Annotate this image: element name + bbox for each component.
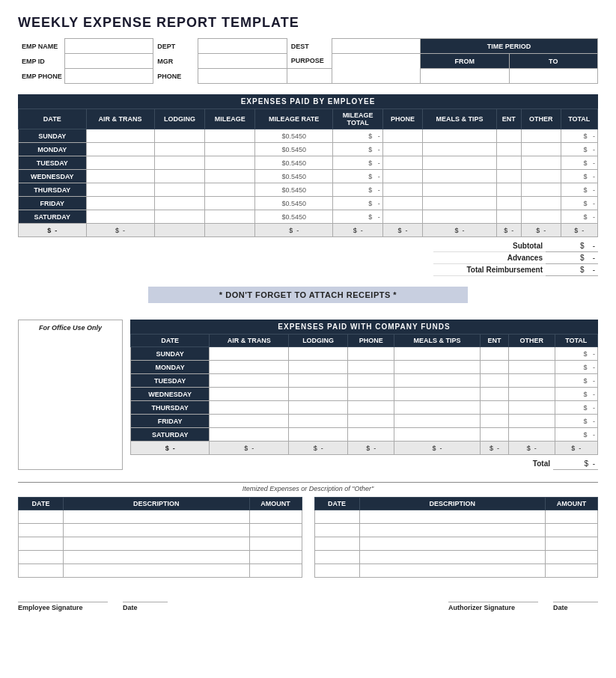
cf-meals-tips-cell[interactable] — [394, 388, 480, 401]
cf-total-cell[interactable]: $ - — [555, 374, 597, 388]
it-desc-l[interactable] — [64, 564, 250, 578]
other-cell[interactable] — [521, 143, 561, 156]
advances-value[interactable]: $ - — [546, 252, 598, 264]
mileage-cell[interactable] — [205, 183, 254, 197]
total-cell[interactable]: $ - — [561, 129, 597, 143]
phone-value[interactable] — [198, 69, 287, 84]
mileage-total-cell[interactable]: $ - — [333, 170, 382, 183]
mileage-total-cell[interactable]: $ - — [333, 156, 382, 170]
cf-air-trans-cell[interactable] — [210, 415, 289, 428]
cf-ent-cell[interactable] — [480, 401, 509, 415]
cf-other-cell[interactable] — [509, 428, 555, 442]
ent-cell[interactable] — [496, 129, 521, 143]
lodging-cell[interactable] — [154, 197, 205, 210]
mileage-total-cell[interactable]: $ - — [333, 183, 382, 197]
mileage-cell[interactable] — [205, 170, 254, 183]
total-cell[interactable]: $ - — [561, 197, 597, 210]
total-cell[interactable]: $ - — [561, 170, 597, 183]
meals-tips-cell[interactable] — [423, 156, 496, 170]
other-cell[interactable] — [521, 197, 561, 210]
cf-air-trans-cell[interactable] — [210, 401, 289, 415]
dest-value[interactable] — [332, 39, 420, 54]
it-desc-l[interactable] — [64, 510, 250, 524]
subtotal-value[interactable]: $ - — [546, 240, 598, 252]
it-date-r[interactable] — [314, 537, 359, 551]
cf-meals-tips-cell[interactable] — [394, 401, 480, 415]
cf-meals-tips-cell[interactable] — [394, 428, 480, 442]
ent-cell[interactable] — [496, 143, 521, 156]
cf-other-cell[interactable] — [509, 401, 555, 415]
it-date-r[interactable] — [314, 551, 359, 564]
cf-total-cell[interactable]: $ - — [555, 347, 597, 361]
other-cell[interactable] — [521, 156, 561, 170]
cf-total-cell[interactable]: $ - — [555, 415, 597, 428]
lodging-cell[interactable] — [154, 129, 205, 143]
mileage-total-cell[interactable]: $ - — [333, 143, 382, 156]
air-trans-cell[interactable] — [86, 183, 154, 197]
lodging-cell[interactable] — [154, 143, 205, 156]
meals-tips-cell[interactable] — [423, 197, 496, 210]
lodging-cell[interactable] — [154, 170, 205, 183]
it-amount-r[interactable] — [546, 524, 598, 537]
cf-ent-cell[interactable] — [480, 347, 509, 361]
total-reimbursement-value[interactable]: $ - — [546, 264, 598, 276]
dept-value[interactable] — [198, 39, 287, 54]
lodging-cell[interactable] — [154, 183, 205, 197]
cf-phone-cell[interactable] — [348, 428, 394, 442]
it-date-r[interactable] — [314, 510, 359, 524]
air-trans-cell[interactable] — [86, 156, 154, 170]
ent-cell[interactable] — [496, 210, 521, 224]
total-value[interactable]: $ - — [553, 458, 598, 470]
mileage-total-cell[interactable]: $ - — [333, 197, 382, 210]
it-date-l[interactable] — [19, 537, 64, 551]
it-amount-l[interactable] — [249, 551, 302, 564]
it-desc-r[interactable] — [359, 510, 546, 524]
cf-ent-cell[interactable] — [480, 388, 509, 401]
mileage-total-cell[interactable]: $ - — [333, 129, 382, 143]
mgr-value[interactable] — [198, 54, 287, 69]
phone-cell[interactable] — [382, 129, 422, 143]
purpose-value[interactable] — [332, 54, 420, 84]
phone-cell[interactable] — [382, 156, 422, 170]
air-trans-cell[interactable] — [86, 143, 154, 156]
cf-lodging-cell[interactable] — [289, 415, 348, 428]
emp-id-value[interactable] — [64, 54, 153, 69]
phone-cell[interactable] — [382, 183, 422, 197]
other-cell[interactable] — [521, 129, 561, 143]
it-amount-l[interactable] — [249, 524, 302, 537]
cf-lodging-cell[interactable] — [289, 374, 348, 388]
meals-tips-cell[interactable] — [423, 143, 496, 156]
cf-other-cell[interactable] — [509, 347, 555, 361]
cf-total-cell[interactable]: $ - — [555, 388, 597, 401]
it-amount-l[interactable] — [249, 537, 302, 551]
cf-total-cell[interactable]: $ - — [555, 428, 597, 442]
mileage-cell[interactable] — [205, 210, 254, 224]
total-cell[interactable]: $ - — [561, 183, 597, 197]
cf-air-trans-cell[interactable] — [210, 374, 289, 388]
mileage-cell[interactable] — [205, 129, 254, 143]
air-trans-cell[interactable] — [86, 170, 154, 183]
meals-tips-cell[interactable] — [423, 183, 496, 197]
it-desc-l[interactable] — [64, 524, 250, 537]
cf-phone-cell[interactable] — [348, 361, 394, 374]
other-cell[interactable] — [521, 210, 561, 224]
meals-tips-cell[interactable] — [423, 129, 496, 143]
cf-lodging-cell[interactable] — [289, 347, 348, 361]
air-trans-cell[interactable] — [86, 197, 154, 210]
phone-cell[interactable] — [382, 170, 422, 183]
cf-lodging-cell[interactable] — [289, 388, 348, 401]
cf-phone-cell[interactable] — [348, 374, 394, 388]
cf-phone-cell[interactable] — [348, 347, 394, 361]
emp-name-value[interactable] — [64, 39, 153, 54]
cf-lodging-cell[interactable] — [289, 361, 348, 374]
cf-total-cell[interactable]: $ - — [555, 361, 597, 374]
ent-cell[interactable] — [496, 197, 521, 210]
cf-air-trans-cell[interactable] — [210, 347, 289, 361]
total-cell[interactable]: $ - — [561, 210, 597, 224]
total-cell[interactable]: $ - — [561, 143, 597, 156]
phone-cell[interactable] — [382, 197, 422, 210]
cf-air-trans-cell[interactable] — [210, 361, 289, 374]
mileage-cell[interactable] — [205, 197, 254, 210]
other-cell[interactable] — [521, 183, 561, 197]
cf-meals-tips-cell[interactable] — [394, 374, 480, 388]
